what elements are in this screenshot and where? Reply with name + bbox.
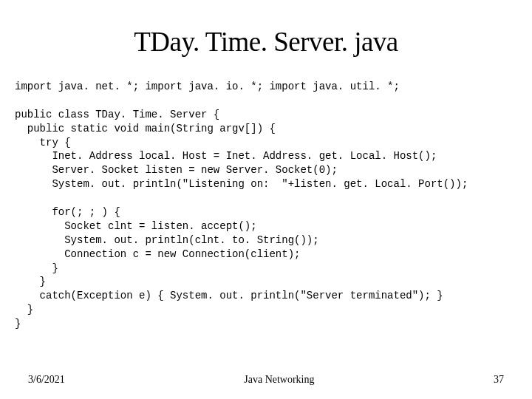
- code-block: import java. net. *; import java. io. *;…: [15, 80, 517, 399]
- footer-date: 3/6/2021: [28, 374, 65, 386]
- footer-center: Java Networking: [244, 374, 314, 386]
- footer-page-number: 37: [494, 374, 504, 386]
- slide-footer: 3/6/2021 Java Networking 37: [0, 374, 532, 386]
- slide-title: TDay. Time. Server. java: [15, 26, 517, 58]
- slide: TDay. Time. Server. java import java. ne…: [0, 0, 532, 399]
